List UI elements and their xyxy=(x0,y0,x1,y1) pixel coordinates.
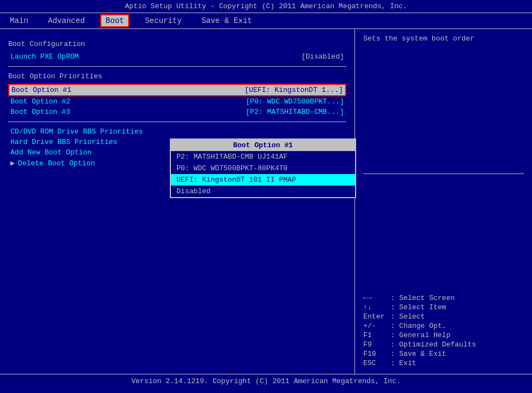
menu-item-security[interactable]: Security xyxy=(140,15,186,26)
key-desc-2: : Select xyxy=(391,313,425,321)
key-row-4: F1: General Help xyxy=(363,331,524,339)
dropdown-option-0[interactable]: P2: MATSHITABD-CMB UJ141AF xyxy=(171,151,355,163)
key-row-6: F10: Save & Exit xyxy=(363,350,524,358)
boot-option-row-1[interactable]: Boot Option #1[UEFI: KingstonDT 1...] xyxy=(8,84,346,96)
dropdown-option-1[interactable]: P0: WDC WD7500BPKT-80PK4T0 xyxy=(171,163,355,174)
boot-option-row-2[interactable]: Boot Option #2[P0: WDC WD7500BPKT...] xyxy=(8,96,346,107)
boot-options-list: Boot Option #1[UEFI: KingstonDT 1...]Boo… xyxy=(8,84,346,117)
menu-item-advanced[interactable]: Advanced xyxy=(44,15,89,26)
key-desc-7: : Exit xyxy=(391,359,416,367)
key-row-5: F9: Optimized Defaults xyxy=(363,340,524,349)
launch-pxe-value: [Disabled] xyxy=(301,53,344,61)
boot-option-label-2: Boot Option #2 xyxy=(10,97,70,106)
menu-item-boot[interactable]: Boot xyxy=(100,14,130,27)
menu-link-label-3: Delete Boot Option xyxy=(18,159,95,167)
left-panel: Boot Configuration Launch PXE OpROM [Dis… xyxy=(0,29,355,374)
key-row-3: +/-: Change Opt. xyxy=(363,322,524,330)
menu-link-label-1: Hard Drive BBS Priorities xyxy=(10,138,117,146)
menu-link-label-2: Add New Boot Option xyxy=(10,148,91,157)
menu-item-main[interactable]: Main xyxy=(5,15,33,26)
boot-option-value-2: [P0: WDC WD7500BPKT...] xyxy=(246,97,344,106)
divider-2 xyxy=(8,122,346,122)
main-layout: Boot Configuration Launch PXE OpROM [Dis… xyxy=(0,29,532,374)
key-row-0: ←→: Select Screen xyxy=(363,294,524,302)
arrow-icon-3: ▶ xyxy=(10,159,15,167)
key-row-1: ↑↓: Select Item xyxy=(363,303,524,311)
dropdown-option-3[interactable]: Disabled xyxy=(171,186,355,197)
boot-config-title: Boot Configuration xyxy=(8,40,346,48)
launch-pxe-label: Launch PXE OpROM xyxy=(10,53,79,61)
key-name-3: +/- xyxy=(363,322,391,330)
key-name-5: F9 xyxy=(363,340,391,349)
title-text: Aptio Setup Utility - Copyright (C) 2011… xyxy=(125,2,407,10)
key-desc-5: : Optimized Defaults xyxy=(391,340,476,349)
key-row-7: ESC: Exit xyxy=(363,359,524,367)
right-divider xyxy=(363,174,524,174)
key-legend: ←→: Select Screen↑↓: Select ItemEnter: S… xyxy=(363,294,524,368)
key-desc-1: : Select Item xyxy=(391,303,446,311)
menu-bar: MainAdvancedBootSecuritySave & Exit xyxy=(0,13,532,29)
key-desc-6: : Save & Exit xyxy=(391,350,446,358)
key-row-2: Enter: Select xyxy=(363,313,524,321)
key-desc-4: : General Help xyxy=(391,331,450,339)
dropdown-popup: Boot Option #1 P2: MATSHITABD-CMB UJ141A… xyxy=(170,138,356,198)
menu-item-save-exit[interactable]: Save & Exit xyxy=(197,15,256,26)
key-name-0: ←→ xyxy=(363,294,391,302)
boot-option-value-1: [UEFI: KingstonDT 1...] xyxy=(245,86,343,94)
version-text: Version 2.14.1219. Copyright (C) 2011 Am… xyxy=(131,377,401,385)
dropdown-title: Boot Option #1 xyxy=(171,140,355,151)
boot-option-label-3: Boot Option #3 xyxy=(10,108,70,116)
key-desc-0: : Select Screen xyxy=(391,294,455,302)
title-bar: Aptio Setup Utility - Copyright (C) 2011… xyxy=(0,0,532,13)
boot-priorities-title: Boot Option Priorities xyxy=(8,72,346,80)
key-name-2: Enter xyxy=(363,313,391,321)
version-bar: Version 2.14.1219. Copyright (C) 2011 Am… xyxy=(0,374,532,388)
boot-option-value-3: [P2: MATSHITABD-CMB...] xyxy=(246,108,344,116)
right-panel: Sets the system boot order ←→: Select Sc… xyxy=(355,29,532,374)
key-name-7: ESC xyxy=(363,359,391,367)
help-text: Sets the system boot order xyxy=(363,34,524,43)
divider-1 xyxy=(8,66,346,67)
menu-link-label-0: CD/DVD ROM Drive BBS Priorities xyxy=(10,128,143,136)
boot-option-label-1: Boot Option #1 xyxy=(12,86,71,94)
menu-link-0[interactable]: CD/DVD ROM Drive BBS Priorities xyxy=(8,126,346,137)
key-name-1: ↑↓ xyxy=(363,303,391,311)
dropdown-option-2[interactable]: UEFI: KingstonDT 101 II PMAP xyxy=(171,174,355,186)
boot-option-row-3[interactable]: Boot Option #3[P2: MATSHITABD-CMB...] xyxy=(8,107,346,117)
launch-pxe-row: Launch PXE OpROM [Disabled] xyxy=(8,51,346,62)
key-name-6: F10 xyxy=(363,350,391,358)
key-desc-3: : Change Opt. xyxy=(391,322,446,330)
dropdown-options: P2: MATSHITABD-CMB UJ141AFP0: WDC WD7500… xyxy=(171,151,355,197)
key-name-4: F1 xyxy=(363,331,391,339)
